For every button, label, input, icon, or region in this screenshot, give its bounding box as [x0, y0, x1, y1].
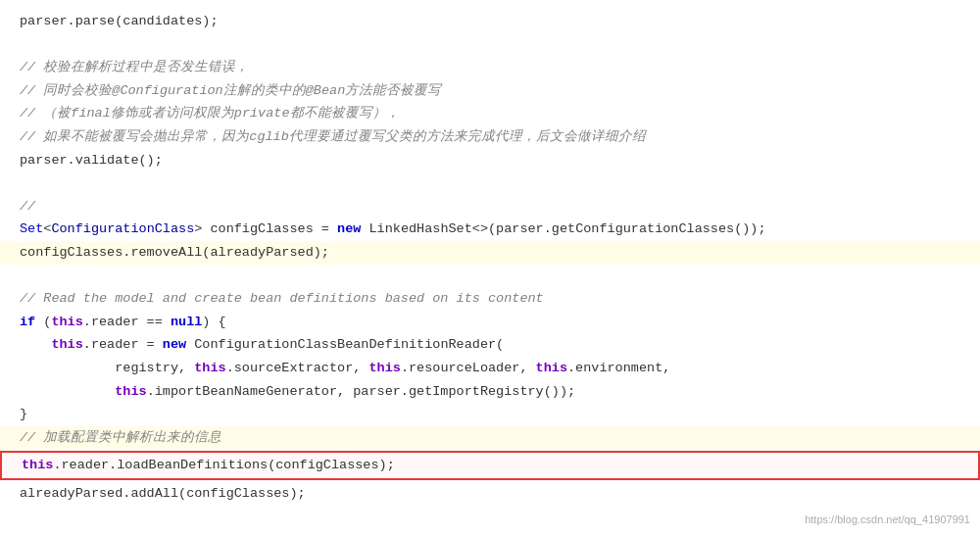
code-line	[20, 265, 960, 288]
code-line: this.reader = new ConfigurationClassBean…	[20, 333, 960, 357]
code-line: }	[20, 403, 960, 426]
code-line-highlighted: // 加载配置类中解析出来的信息	[0, 426, 980, 450]
code-container: parser.parse(candidates); // 校验在解析过程中是否发…	[0, 0, 980, 537]
code-line: alreadyParsed.addAll(configClasses);	[20, 482, 960, 506]
code-line: if (this.reader == null) {	[20, 311, 960, 334]
code-line-comment: // 校验在解析过程中是否发生错误，	[20, 56, 960, 79]
code-line: parser.parse(candidates);	[20, 10, 960, 33]
code-line-comment: // 同时会校验@Configuration注解的类中的@Bean方法能否被覆写	[20, 79, 960, 103]
code-line-comment: // （被final修饰或者访问权限为private都不能被覆写），	[20, 102, 960, 125]
code-line	[20, 33, 960, 57]
code-line: registry, this.sourceExtractor, this.res…	[20, 357, 960, 380]
code-line-highlighted: configClasses.removeAll(alreadyParsed);	[0, 241, 980, 265]
code-line: parser.validate();	[20, 149, 960, 172]
code-line: Set<ConfigurationClass> configClasses = …	[20, 218, 960, 241]
code-line: this.reader.loadBeanDefinitions(configCl…	[22, 454, 958, 477]
code-line: this.importBeanNameGenerator, parser.get…	[20, 380, 960, 404]
code-line	[20, 171, 960, 195]
watermark: https://blog.csdn.net/qq_41907991	[805, 512, 970, 529]
highlighted-line-red: this.reader.loadBeanDefinitions(configCl…	[0, 451, 980, 480]
code-line-comment: // 如果不能被覆写会抛出异常，因为cglib代理要通过覆写父类的方法来完成代理…	[20, 125, 960, 149]
code-line-comment: //	[20, 195, 960, 219]
code-line-comment: // Read the model and create bean defini…	[20, 287, 960, 311]
